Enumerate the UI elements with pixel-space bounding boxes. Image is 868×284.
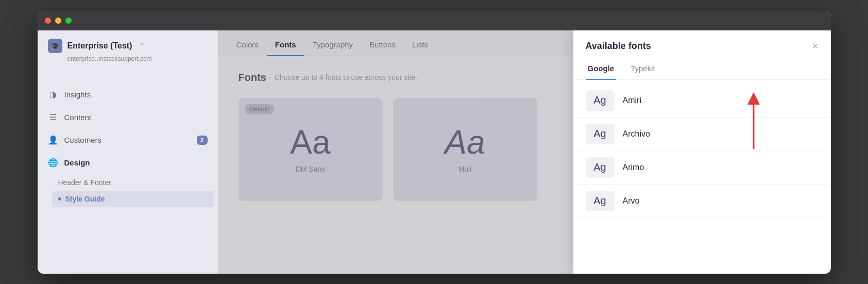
sidebar-sub-item-style-guide[interactable]: Style Guide — [52, 191, 214, 207]
brand-url: enterprise.unstacksupport.com — [48, 55, 208, 62]
customers-icon: 👤 — [48, 135, 58, 145]
sidebar-item-content[interactable]: ☰ Content — [38, 106, 218, 129]
sidebar-item-label: Customers — [64, 136, 102, 144]
font-name-amiri: Amiri — [623, 96, 641, 105]
sidebar-item-insights[interactable]: ◑ Insights — [38, 83, 218, 106]
font-preview-amiri: Ag — [586, 90, 615, 111]
close-button[interactable] — [45, 18, 51, 24]
font-preview-arvo: Ag — [586, 191, 615, 211]
active-dot — [58, 197, 61, 201]
title-bar — [38, 11, 831, 30]
sub-item-label: Style Guide — [65, 195, 105, 203]
customers-badge: 2 — [197, 136, 208, 145]
insights-icon: ◑ — [48, 90, 58, 100]
font-list-item-amiri[interactable]: Ag Amiri — [573, 84, 831, 118]
font-list-item-arvo[interactable]: Ag Arvo — [573, 185, 831, 218]
content-area: Colors Fonts Typography Buttons Lists — [218, 30, 831, 274]
main-area: 🎓 Enterprise (Test) ⌃ enterprise.unstack… — [38, 30, 831, 274]
sub-item-label: Header & Footer — [58, 178, 112, 187]
font-name-archivo: Archivo — [623, 129, 650, 139]
brand-name: Enterprise (Test) — [67, 41, 132, 51]
maximize-button[interactable] — [65, 18, 72, 24]
content-icon: ☰ — [48, 112, 58, 123]
modal-title: Available fonts — [586, 41, 651, 52]
chevron-icon: ⌃ — [139, 42, 144, 49]
minimize-button[interactable] — [55, 18, 61, 24]
sidebar-item-design[interactable]: 🌐 Design — [38, 152, 218, 174]
modal-tabs: Google Typekit — [573, 52, 831, 80]
modal-tab-typekit[interactable]: Typekit — [628, 60, 657, 80]
font-preview-archivo: Ag — [586, 124, 615, 144]
sidebar-sub-item-header-footer[interactable]: Header & Footer — [48, 174, 218, 191]
sidebar-sub-items: Header & Footer Style Guide — [38, 174, 218, 207]
modal-header: Available fonts × — [573, 30, 831, 52]
font-list-item-archivo[interactable]: Ag Archivo — [573, 118, 831, 151]
sidebar-nav: ◑ Insights ☰ Content 👤 Customers 2 🌐 Des… — [38, 79, 218, 211]
brand-header[interactable]: 🎓 Enterprise (Test) ⌃ — [48, 39, 208, 53]
font-name-arvo: Arvo — [623, 196, 640, 206]
available-fonts-panel: Available fonts × Google Typekit — [573, 30, 831, 274]
sidebar-item-label: Content — [64, 113, 92, 122]
app-window: 🎓 Enterprise (Test) ⌃ enterprise.unstack… — [38, 11, 831, 274]
traffic-lights — [45, 18, 72, 24]
sidebar-header: 🎓 Enterprise (Test) ⌃ enterprise.unstack… — [38, 39, 218, 71]
font-list-item-arimo[interactable]: Ag Arimo — [573, 151, 831, 185]
sidebar: 🎓 Enterprise (Test) ⌃ enterprise.unstack… — [38, 30, 218, 274]
sidebar-item-customers[interactable]: 👤 Customers 2 — [38, 129, 218, 152]
modal-close-button[interactable]: × — [812, 41, 819, 51]
modal-body: Ag Amiri Ag Archivo Ag Arimo Ag Arvo — [573, 80, 831, 274]
font-preview-arimo: Ag — [586, 157, 615, 178]
design-icon: 🌐 — [48, 158, 58, 168]
sidebar-item-label: Design — [64, 158, 90, 167]
sidebar-divider — [38, 75, 218, 75]
modal-tab-google[interactable]: Google — [586, 60, 617, 80]
font-name-arimo: Arimo — [623, 163, 644, 172]
sidebar-item-label: Insights — [64, 90, 91, 99]
brand-icon: 🎓 — [48, 39, 62, 53]
